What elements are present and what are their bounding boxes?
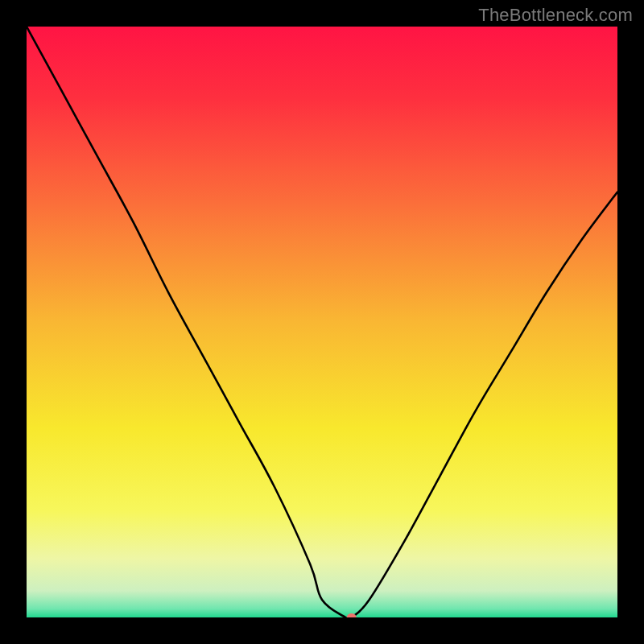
chart-svg (27, 27, 617, 617)
watermark-text: TheBottleneck.com (478, 5, 633, 26)
chart-frame: TheBottleneck.com (0, 0, 644, 644)
plot-area (27, 27, 617, 617)
